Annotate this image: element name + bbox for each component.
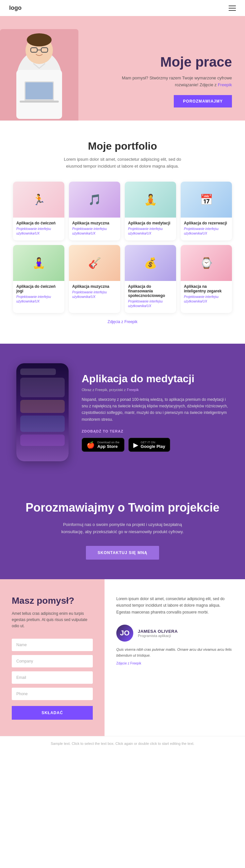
phone-card-2 [20, 400, 65, 413]
portfolio-card-image: ⌚ [181, 245, 232, 281]
testimonial-author: JO JAMESA OLIVERA Programista aplikacji [116, 625, 233, 642]
portfolio-card-subtitle: Projektowanie interfejsu użytkownika/UX [72, 290, 117, 299]
portfolio-card-body: Aplikacja do ćwiczeń jogi Projektowanie … [13, 281, 64, 308]
portfolio-card-subtitle: Projektowanie interfejsu użytkownika/UX [184, 295, 229, 304]
hamburger-line1 [229, 5, 236, 6]
app-store-label: App Store [97, 444, 120, 449]
google-play-icon: ▶ [133, 441, 138, 449]
portfolio-card-subtitle: Projektowanie interfejsu użytkownika/UX [128, 227, 173, 236]
portfolio-card-title: Aplikacja do finansowania społecznościow… [128, 284, 173, 298]
footer-note: Sample text. Click to select the text bo… [0, 736, 245, 751]
portfolio-card-body: Aplikacja muzyczna Projektowanie interfe… [69, 218, 120, 241]
email-input[interactable] [12, 671, 93, 684]
hero-cta-button[interactable]: POROZMAWIAJMY [174, 95, 232, 107]
contact-title: Porozmawiajmy o Twoim projekcie [13, 500, 232, 515]
testimonial-avatar: JO [116, 625, 133, 642]
portfolio-card-image: 🧘‍♀️ [13, 245, 64, 281]
person-svg [6, 31, 72, 119]
company-input[interactable] [12, 655, 93, 668]
meditation-phone-mockup [16, 363, 69, 461]
portfolio-card-body: Aplikacja do rezerwacji Projektowanie in… [181, 218, 232, 241]
portfolio-card-title: Aplikacja muzyczna [72, 221, 117, 225]
svg-rect-9 [20, 101, 59, 102]
portfolio-card-body: Aplikacja do medytacji Projektowanie int… [125, 218, 176, 241]
contact-button[interactable]: SKONTAKTUJ SIĘ MNĄ [86, 546, 159, 560]
svg-rect-8 [26, 82, 53, 99]
portfolio-card-title: Aplikacja muzyczna [72, 284, 117, 289]
testimonial-block: Lorem ipsum dolor sit amet, consectetur … [104, 579, 245, 736]
hero-text-block: Moje prace Mam pomysł? Stwórzmy razem Tw… [121, 55, 232, 121]
portfolio-card-subtitle: Projektowanie interfejsu użytkownika/UX [72, 227, 117, 236]
store-buttons: 🍎 Download on the App Store ▶ GET IT ON … [82, 438, 229, 452]
hero-section: Moje prace Mam pomysł? Stwórzmy razem Tw… [0, 16, 245, 121]
meditation-cta-label: ZDOBĄDŹ TO TERAZ [82, 429, 229, 433]
meditation-description: Nispand, stworzony z ponad 100-letnią wi… [82, 396, 229, 423]
portfolio-card-subtitle: Projektowanie interfejsu użytkownika/UX [184, 227, 229, 236]
portfolio-card-image: 🏃 [13, 182, 64, 218]
portfolio-card-title: Aplikacja do ćwiczeń [16, 221, 61, 225]
logo: logo [9, 5, 22, 11]
app-store-small-text: Download on the [97, 441, 120, 444]
phone-card-3 [20, 415, 65, 432]
form-title: Masz pomysł? [12, 595, 93, 606]
portfolio-card[interactable]: 💰 Aplikacja do finansowania społeczności… [125, 245, 176, 313]
portfolio-card-subtitle: Projektowanie interfejsu użytkownika/UX [16, 227, 61, 236]
form-testimonial-section: Masz pomysł? Amet tellus cras adipiscing… [0, 579, 245, 736]
testimonial-name: JAMESA OLIVERA [138, 629, 178, 634]
portfolio-card-title: Aplikacja do rezerwacji [184, 221, 229, 225]
hamburger-menu[interactable] [229, 5, 236, 11]
meditation-freepik-link[interactable]: Freepik [127, 388, 139, 392]
header: logo [0, 0, 245, 16]
portfolio-title: Moje portfolio [13, 140, 232, 152]
google-play-label: Google Play [141, 444, 165, 449]
contact-section: Porozmawiajmy o Twoim projekcie Poinform… [0, 481, 245, 579]
hamburger-line2 [229, 8, 236, 8]
portfolio-card[interactable]: 🎸 Aplikacja muzyczna Projektowanie inter… [69, 245, 120, 313]
portfolio-card-subtitle: Projektowanie interfejsu użytkownika/UX [16, 295, 61, 304]
portfolio-description: Lorem ipsum dolor sit amet, consectetur … [57, 156, 188, 170]
testimonial-role: Programista aplikacji [138, 634, 178, 638]
phone-card-1 [20, 378, 65, 397]
portfolio-card-title: Aplikacja na inteligentny zegarek [184, 284, 229, 293]
google-play-button[interactable]: ▶ GET IT ON Google Play [128, 438, 170, 452]
hero-title: Moje prace [121, 55, 232, 70]
form-submit-button[interactable]: SKŁADAĆ [12, 706, 93, 720]
testimonial-freepik-caption: Zdjęcie z Freepik [116, 661, 233, 665]
portfolio-card[interactable]: 🧘 Aplikacja do medytacji Projektowanie i… [125, 182, 176, 241]
portfolio-card[interactable]: 🏃 Aplikacja do ćwiczeń Projektowanie int… [13, 182, 64, 241]
hamburger-line3 [229, 10, 236, 11]
portfolio-card-image: 🎵 [69, 182, 120, 218]
testimonial-quote: Quis viverra nibh cras pulvinar mattis. … [116, 647, 233, 658]
freepik-link[interactable]: Freepik [218, 82, 232, 87]
portfolio-card-body: Aplikacja na inteligentny zegarek Projek… [181, 281, 232, 308]
phone-top-bar [20, 369, 56, 375]
form-description: Amet tellus cras adipiscing enim eu turp… [12, 611, 93, 629]
portfolio-card-title: Aplikacja do ćwiczeń jogi [16, 284, 61, 293]
app-store-button[interactable]: 🍎 Download on the App Store [82, 438, 124, 452]
hero-image [0, 29, 85, 121]
portfolio-card-image: 🧘 [125, 182, 176, 218]
meditation-content-block: Aplikacja do medytacji Obraz z Freepik, … [82, 372, 229, 452]
portfolio-freepik-caption: Zdjęcia z Freepik [13, 319, 232, 324]
portfolio-card[interactable]: 🧘‍♀️ Aplikacja do ćwiczeń jogi Projektow… [13, 245, 64, 313]
portfolio-card-title: Aplikacja do medytacji [128, 221, 173, 225]
portfolio-card[interactable]: 📅 Aplikacja do rezerwacji Projektowanie … [181, 182, 232, 241]
portfolio-card-image: 📅 [181, 182, 232, 218]
portfolio-card-image: 🎸 [69, 245, 120, 281]
meditation-image-caption: Obraz z Freepik, przyciski z Freepik [82, 388, 229, 392]
phone-screen [16, 363, 69, 461]
portfolio-card[interactable]: ⌚ Aplikacja na inteligentny zegarek Proj… [181, 245, 232, 313]
meditation-section: Aplikacja do medytacji Obraz z Freepik, … [0, 344, 245, 481]
phone-input[interactable] [12, 688, 93, 700]
phone-card-4 [20, 434, 65, 446]
contact-description: Poinformuj nas o swoim pomyśle na projek… [60, 521, 185, 535]
portfolio-grid: 🏃 Aplikacja do ćwiczeń Projektowanie int… [13, 182, 232, 313]
name-input[interactable] [12, 639, 93, 651]
testimonial-info: JAMESA OLIVERA Programista aplikacji [138, 629, 178, 638]
apple-icon: 🍎 [87, 441, 95, 449]
portfolio-card-subtitle: Projektowanie interfejsu użytkownika/UX [128, 299, 173, 308]
portfolio-card-body: Aplikacja muzyczna Projektowanie interfe… [69, 281, 120, 304]
portfolio-card[interactable]: 🎵 Aplikacja muzyczna Projektowanie inter… [69, 182, 120, 241]
form-block: Masz pomysł? Amet tellus cras adipiscing… [0, 579, 104, 736]
hero-description: Mam pomysł? Stwórzmy razem Twoje wymarzo… [121, 75, 232, 89]
